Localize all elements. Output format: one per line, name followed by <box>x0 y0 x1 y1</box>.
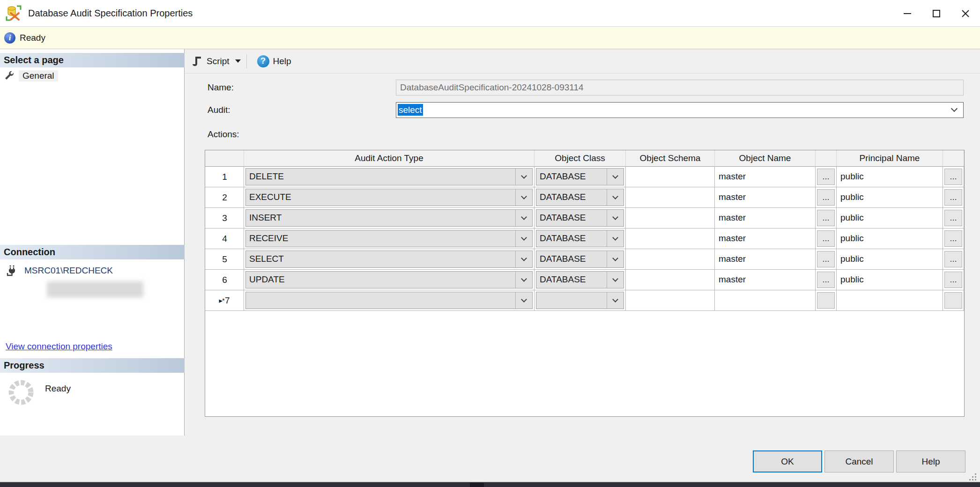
taskbar-accent <box>470 483 484 487</box>
row-header[interactable]: 6 <box>205 270 244 290</box>
object-schema-cell[interactable] <box>626 229 715 249</box>
audit-action-type-dropdown[interactable]: DELETE <box>245 168 533 185</box>
audit-action-type-dropdown[interactable]: EXECUTE <box>245 189 533 206</box>
row-header[interactable]: 1 <box>205 167 244 187</box>
chevron-down-icon[interactable] <box>607 189 624 206</box>
audit-action-type-dropdown[interactable] <box>245 292 533 309</box>
object-class-dropdown[interactable]: DATABASE <box>536 271 624 288</box>
principal-name-cell[interactable] <box>837 290 943 311</box>
chevron-down-icon[interactable] <box>235 59 241 63</box>
object-name-browse-button[interactable]: ... <box>817 230 835 247</box>
audit-selected-value: select <box>398 104 423 116</box>
object-name-cell[interactable]: master <box>715 167 816 187</box>
chevron-down-icon[interactable] <box>515 210 532 226</box>
object-class-dropdown[interactable]: DATABASE <box>536 251 624 268</box>
dropdown-value: DATABASE <box>536 230 607 247</box>
name-input[interactable]: DatabaseAuditSpecification-20241028-0931… <box>396 80 964 96</box>
object-name-browse-button[interactable] <box>817 292 835 309</box>
resize-grip[interactable] <box>968 472 976 480</box>
progress-row: Ready <box>7 379 71 406</box>
principal-name-cell[interactable]: public <box>837 187 943 208</box>
chevron-down-icon[interactable] <box>607 169 624 185</box>
object-name-cell[interactable] <box>715 290 816 311</box>
object-name-cell[interactable]: master <box>715 187 816 208</box>
principal-name-cell[interactable]: public <box>837 208 943 229</box>
object-name-cell[interactable]: master <box>715 208 816 229</box>
wrench-icon <box>4 70 15 81</box>
chevron-down-icon[interactable] <box>607 292 624 309</box>
chevron-down-icon[interactable] <box>607 230 624 247</box>
object-schema-cell[interactable] <box>626 249 715 270</box>
object-class-dropdown[interactable] <box>536 292 624 309</box>
principal-browse-button[interactable]: ... <box>944 169 962 185</box>
object-schema-cell[interactable] <box>626 208 715 229</box>
ok-button[interactable]: OK <box>753 450 822 472</box>
object-name-browse-button[interactable]: ... <box>817 189 835 206</box>
row-header[interactable]: 2 <box>205 187 244 208</box>
chevron-down-icon[interactable] <box>607 210 624 226</box>
chevron-down-icon[interactable] <box>607 251 624 267</box>
principal-name-cell[interactable]: public <box>837 249 943 270</box>
audit-action-type-dropdown[interactable]: INSERT <box>245 209 533 227</box>
audit-combobox[interactable]: select <box>396 102 964 118</box>
chevron-down-icon[interactable] <box>607 272 624 288</box>
object-class-dropdown[interactable]: DATABASE <box>536 230 624 247</box>
audit-action-type-dropdown[interactable]: UPDATE <box>245 271 533 288</box>
row-header[interactable]: 4 <box>205 229 244 249</box>
object-schema-cell[interactable] <box>626 290 715 311</box>
object-name-browse-button[interactable]: ... <box>817 210 835 226</box>
help-toolbar-button[interactable]: ? Help <box>253 52 295 71</box>
audit-action-type-dropdown[interactable]: SELECT <box>245 251 533 268</box>
maximize-button[interactable] <box>922 0 951 27</box>
cell-value: master <box>715 229 815 248</box>
object-name-browse-button[interactable]: ... <box>817 169 835 185</box>
audit-label: Audit: <box>208 102 230 118</box>
row-header[interactable]: ▸*7 <box>205 290 244 311</box>
minimize-button[interactable] <box>893 0 922 27</box>
script-button[interactable]: Script <box>188 52 245 71</box>
object-schema-cell[interactable] <box>626 167 715 187</box>
object-class-dropdown[interactable]: DATABASE <box>536 168 624 185</box>
principal-browse-button[interactable] <box>944 292 962 309</box>
principal-browse-button[interactable]: ... <box>944 189 962 206</box>
toolbar-separator <box>246 54 247 68</box>
principal-browse-button[interactable]: ... <box>944 272 962 288</box>
principal-name-cell[interactable]: public <box>837 270 943 290</box>
chevron-down-icon[interactable] <box>515 230 532 247</box>
row-header[interactable]: 5 <box>205 249 244 270</box>
row-header[interactable]: 3 <box>205 208 244 229</box>
chevron-down-icon[interactable] <box>515 189 532 206</box>
dropdown-value <box>246 292 515 309</box>
object-name-browse-button[interactable]: ... <box>817 272 835 288</box>
help-button[interactable]: Help <box>896 450 965 472</box>
database-audit-icon <box>5 4 22 22</box>
audit-action-type-dropdown[interactable]: RECEIVE <box>245 230 533 247</box>
principal-browse-button[interactable]: ... <box>944 210 962 226</box>
object-class-dropdown[interactable]: DATABASE <box>536 209 624 227</box>
object-name-cell[interactable]: master <box>715 229 816 249</box>
object-class-dropdown[interactable]: DATABASE <box>536 189 624 206</box>
object-name-cell[interactable]: master <box>715 249 816 270</box>
principal-name-cell[interactable]: public <box>837 229 943 249</box>
chevron-down-icon[interactable] <box>515 169 532 185</box>
principal-browse-button[interactable]: ... <box>944 230 962 247</box>
chevron-down-icon[interactable] <box>515 272 532 288</box>
sidebar-item-general[interactable]: General <box>4 69 58 83</box>
cancel-button[interactable]: Cancel <box>824 450 894 472</box>
object-schema-cell[interactable] <box>626 270 715 290</box>
chevron-down-icon[interactable] <box>515 251 532 267</box>
object-name-cell[interactable]: master <box>715 270 816 290</box>
principal-name-cell[interactable]: public <box>837 167 943 187</box>
object-name-browse-button[interactable]: ... <box>817 251 835 267</box>
principal-browse-button[interactable]: ... <box>944 251 962 267</box>
chevron-down-icon[interactable] <box>515 292 532 309</box>
chevron-down-icon[interactable] <box>951 105 958 112</box>
object-schema-cell[interactable] <box>626 187 715 208</box>
view-connection-properties-link[interactable]: View connection properties <box>6 341 112 352</box>
close-button[interactable] <box>951 0 980 27</box>
row-number: 3 <box>222 213 227 223</box>
plug-icon <box>6 265 18 277</box>
table-row: 6 UPDATE DATABASE master ... public ... <box>205 270 964 290</box>
progress-header: Progress <box>0 358 185 373</box>
cell-value: public <box>837 187 943 207</box>
